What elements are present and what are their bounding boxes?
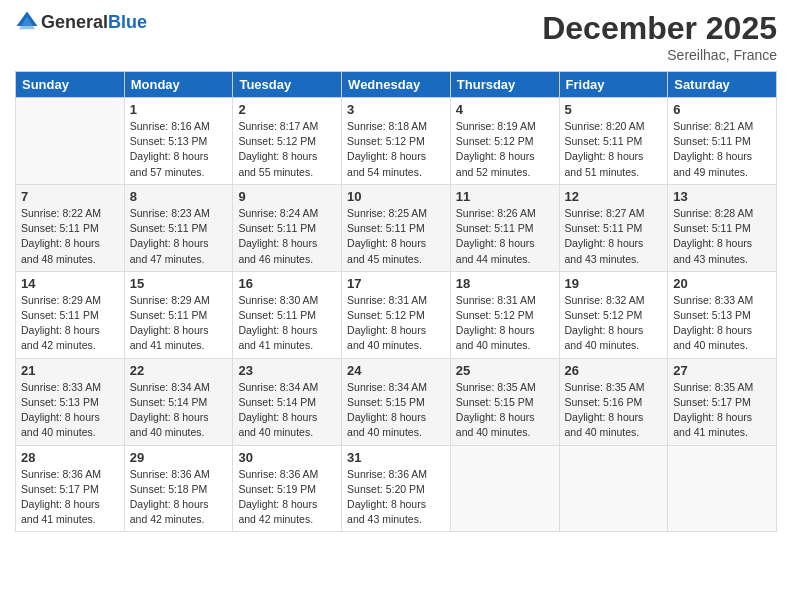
sunrise-text: Sunrise: 8:24 AM — [238, 207, 318, 219]
sunset-text: Sunset: 5:12 PM — [238, 135, 316, 147]
day-info: Sunrise: 8:35 AM Sunset: 5:17 PM Dayligh… — [673, 380, 771, 441]
calendar-day-cell: 22 Sunrise: 8:34 AM Sunset: 5:14 PM Dayl… — [124, 358, 233, 445]
sunset-text: Sunset: 5:11 PM — [673, 222, 751, 234]
day-info: Sunrise: 8:36 AM Sunset: 5:17 PM Dayligh… — [21, 467, 119, 528]
day-number: 18 — [456, 276, 554, 291]
day-info: Sunrise: 8:31 AM Sunset: 5:12 PM Dayligh… — [347, 293, 445, 354]
day-info: Sunrise: 8:34 AM Sunset: 5:15 PM Dayligh… — [347, 380, 445, 441]
sunrise-text: Sunrise: 8:25 AM — [347, 207, 427, 219]
calendar-day-cell: 20 Sunrise: 8:33 AM Sunset: 5:13 PM Dayl… — [668, 271, 777, 358]
calendar-week-row: 7 Sunrise: 8:22 AM Sunset: 5:11 PM Dayli… — [16, 184, 777, 271]
daylight-text: Daylight: 8 hours and 45 minutes. — [347, 237, 426, 264]
calendar-day-cell: 25 Sunrise: 8:35 AM Sunset: 5:15 PM Dayl… — [450, 358, 559, 445]
daylight-text: Daylight: 8 hours and 41 minutes. — [130, 324, 209, 351]
calendar-day-cell: 21 Sunrise: 8:33 AM Sunset: 5:13 PM Dayl… — [16, 358, 125, 445]
calendar-day-cell: 7 Sunrise: 8:22 AM Sunset: 5:11 PM Dayli… — [16, 184, 125, 271]
sunrise-text: Sunrise: 8:34 AM — [238, 381, 318, 393]
day-number: 4 — [456, 102, 554, 117]
sunset-text: Sunset: 5:11 PM — [565, 222, 643, 234]
daylight-text: Daylight: 8 hours and 47 minutes. — [130, 237, 209, 264]
day-number: 6 — [673, 102, 771, 117]
sunset-text: Sunset: 5:11 PM — [673, 135, 751, 147]
sunset-text: Sunset: 5:11 PM — [21, 309, 99, 321]
calendar-day-cell: 10 Sunrise: 8:25 AM Sunset: 5:11 PM Dayl… — [342, 184, 451, 271]
day-info: Sunrise: 8:16 AM Sunset: 5:13 PM Dayligh… — [130, 119, 228, 180]
sunrise-text: Sunrise: 8:33 AM — [21, 381, 101, 393]
calendar-day-cell: 26 Sunrise: 8:35 AM Sunset: 5:16 PM Dayl… — [559, 358, 668, 445]
weekday-header-monday: Monday — [124, 72, 233, 98]
daylight-text: Daylight: 8 hours and 40 minutes. — [456, 324, 535, 351]
calendar-day-cell: 31 Sunrise: 8:36 AM Sunset: 5:20 PM Dayl… — [342, 445, 451, 532]
sunset-text: Sunset: 5:19 PM — [238, 483, 316, 495]
daylight-text: Daylight: 8 hours and 51 minutes. — [565, 150, 644, 177]
day-info: Sunrise: 8:17 AM Sunset: 5:12 PM Dayligh… — [238, 119, 336, 180]
calendar-week-row: 21 Sunrise: 8:33 AM Sunset: 5:13 PM Dayl… — [16, 358, 777, 445]
daylight-text: Daylight: 8 hours and 40 minutes. — [673, 324, 752, 351]
sunset-text: Sunset: 5:11 PM — [347, 222, 425, 234]
daylight-text: Daylight: 8 hours and 41 minutes. — [673, 411, 752, 438]
sunset-text: Sunset: 5:17 PM — [21, 483, 99, 495]
sunrise-text: Sunrise: 8:35 AM — [673, 381, 753, 393]
calendar-day-cell: 16 Sunrise: 8:30 AM Sunset: 5:11 PM Dayl… — [233, 271, 342, 358]
calendar-day-cell: 15 Sunrise: 8:29 AM Sunset: 5:11 PM Dayl… — [124, 271, 233, 358]
sunset-text: Sunset: 5:11 PM — [130, 309, 208, 321]
sunset-text: Sunset: 5:13 PM — [673, 309, 751, 321]
weekday-header-tuesday: Tuesday — [233, 72, 342, 98]
sunrise-text: Sunrise: 8:16 AM — [130, 120, 210, 132]
logo-icon — [15, 10, 39, 34]
day-number: 7 — [21, 189, 119, 204]
sunset-text: Sunset: 5:15 PM — [347, 396, 425, 408]
sunrise-text: Sunrise: 8:34 AM — [130, 381, 210, 393]
daylight-text: Daylight: 8 hours and 49 minutes. — [673, 150, 752, 177]
sunset-text: Sunset: 5:17 PM — [673, 396, 751, 408]
calendar-day-cell: 9 Sunrise: 8:24 AM Sunset: 5:11 PM Dayli… — [233, 184, 342, 271]
sunrise-text: Sunrise: 8:33 AM — [673, 294, 753, 306]
logo: GeneralBlue — [15, 10, 147, 34]
calendar-day-cell: 28 Sunrise: 8:36 AM Sunset: 5:17 PM Dayl… — [16, 445, 125, 532]
sunset-text: Sunset: 5:12 PM — [565, 309, 643, 321]
day-number: 17 — [347, 276, 445, 291]
day-info: Sunrise: 8:34 AM Sunset: 5:14 PM Dayligh… — [238, 380, 336, 441]
day-number: 27 — [673, 363, 771, 378]
calendar-day-cell: 5 Sunrise: 8:20 AM Sunset: 5:11 PM Dayli… — [559, 98, 668, 185]
calendar-day-cell: 23 Sunrise: 8:34 AM Sunset: 5:14 PM Dayl… — [233, 358, 342, 445]
sunset-text: Sunset: 5:13 PM — [21, 396, 99, 408]
daylight-text: Daylight: 8 hours and 54 minutes. — [347, 150, 426, 177]
page-header: GeneralBlue December 2025 Sereilhac, Fra… — [15, 10, 777, 63]
calendar-day-cell: 30 Sunrise: 8:36 AM Sunset: 5:19 PM Dayl… — [233, 445, 342, 532]
daylight-text: Daylight: 8 hours and 42 minutes. — [130, 498, 209, 525]
day-number: 3 — [347, 102, 445, 117]
day-info: Sunrise: 8:19 AM Sunset: 5:12 PM Dayligh… — [456, 119, 554, 180]
day-number: 10 — [347, 189, 445, 204]
calendar-day-cell: 11 Sunrise: 8:26 AM Sunset: 5:11 PM Dayl… — [450, 184, 559, 271]
sunrise-text: Sunrise: 8:30 AM — [238, 294, 318, 306]
calendar-day-cell: 4 Sunrise: 8:19 AM Sunset: 5:12 PM Dayli… — [450, 98, 559, 185]
sunset-text: Sunset: 5:14 PM — [130, 396, 208, 408]
calendar-day-cell: 6 Sunrise: 8:21 AM Sunset: 5:11 PM Dayli… — [668, 98, 777, 185]
calendar-day-cell: 1 Sunrise: 8:16 AM Sunset: 5:13 PM Dayli… — [124, 98, 233, 185]
sunset-text: Sunset: 5:11 PM — [238, 309, 316, 321]
sunrise-text: Sunrise: 8:36 AM — [130, 468, 210, 480]
weekday-header-saturday: Saturday — [668, 72, 777, 98]
day-number: 31 — [347, 450, 445, 465]
sunset-text: Sunset: 5:18 PM — [130, 483, 208, 495]
day-info: Sunrise: 8:30 AM Sunset: 5:11 PM Dayligh… — [238, 293, 336, 354]
calendar-week-row: 1 Sunrise: 8:16 AM Sunset: 5:13 PM Dayli… — [16, 98, 777, 185]
sunrise-text: Sunrise: 8:18 AM — [347, 120, 427, 132]
calendar-day-cell: 27 Sunrise: 8:35 AM Sunset: 5:17 PM Dayl… — [668, 358, 777, 445]
day-info: Sunrise: 8:34 AM Sunset: 5:14 PM Dayligh… — [130, 380, 228, 441]
sunrise-text: Sunrise: 8:35 AM — [565, 381, 645, 393]
sunrise-text: Sunrise: 8:29 AM — [130, 294, 210, 306]
day-info: Sunrise: 8:28 AM Sunset: 5:11 PM Dayligh… — [673, 206, 771, 267]
sunset-text: Sunset: 5:11 PM — [238, 222, 316, 234]
day-info: Sunrise: 8:33 AM Sunset: 5:13 PM Dayligh… — [673, 293, 771, 354]
day-info: Sunrise: 8:25 AM Sunset: 5:11 PM Dayligh… — [347, 206, 445, 267]
sunrise-text: Sunrise: 8:36 AM — [21, 468, 101, 480]
day-number: 20 — [673, 276, 771, 291]
daylight-text: Daylight: 8 hours and 57 minutes. — [130, 150, 209, 177]
day-number: 8 — [130, 189, 228, 204]
day-number: 23 — [238, 363, 336, 378]
day-info: Sunrise: 8:29 AM Sunset: 5:11 PM Dayligh… — [21, 293, 119, 354]
sunrise-text: Sunrise: 8:36 AM — [347, 468, 427, 480]
day-info: Sunrise: 8:27 AM Sunset: 5:11 PM Dayligh… — [565, 206, 663, 267]
